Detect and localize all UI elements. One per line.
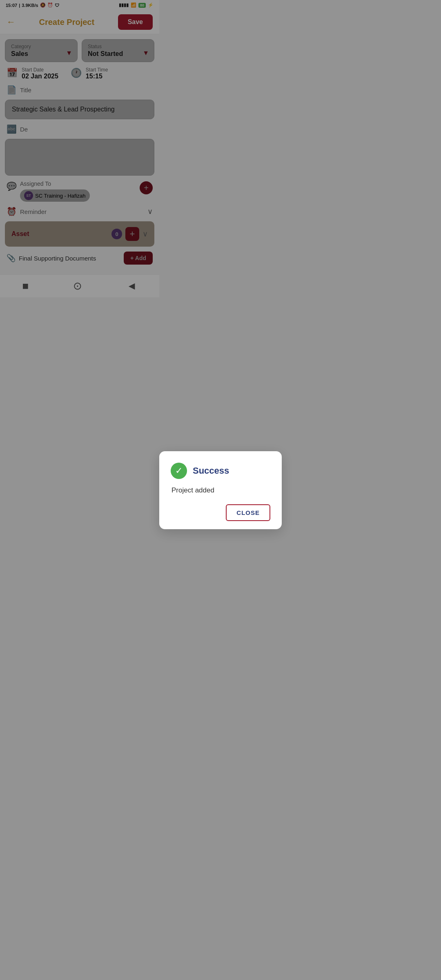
modal-overlay: ✓ Success Project added CLOSE	[0, 0, 159, 354]
